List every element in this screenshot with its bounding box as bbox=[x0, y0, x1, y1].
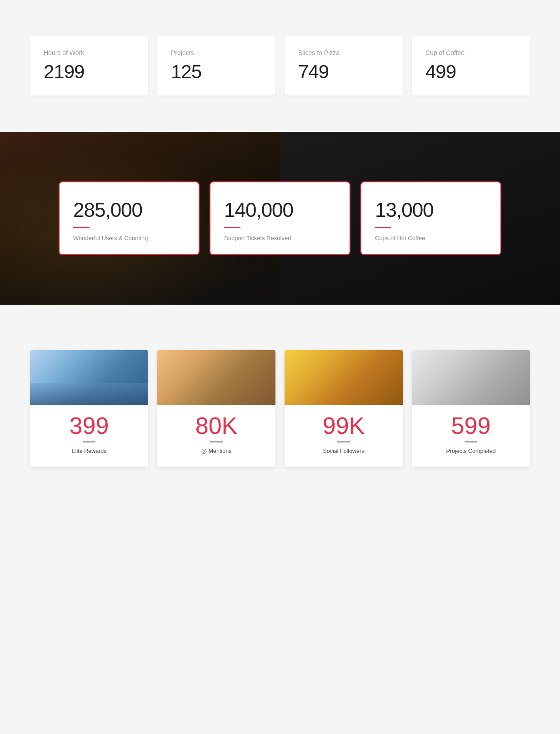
card-number-3: 599 bbox=[412, 414, 530, 437]
card-label-0: Elite Rewards bbox=[30, 448, 148, 454]
dark-value-2: 13,000 bbox=[375, 199, 487, 221]
card-number-1: 80K bbox=[157, 414, 275, 437]
portfolio-card-1: 80K @ Mentions bbox=[157, 350, 275, 467]
dark-label-2: Cups of Hot Coffee bbox=[375, 235, 487, 241]
card-divider-0 bbox=[83, 441, 95, 442]
dark-divider-0 bbox=[73, 227, 90, 228]
stat-card-0: Hours of Work 2199 bbox=[30, 36, 148, 96]
card-image-0 bbox=[30, 350, 148, 405]
card-img-workspace bbox=[412, 350, 530, 405]
dark-label-1: Support Tickets Resolved bbox=[224, 235, 336, 241]
card-label-2: Social Followers bbox=[285, 448, 403, 454]
card-img-business bbox=[30, 350, 148, 405]
dark-divider-1 bbox=[224, 227, 240, 228]
portfolio-grid: 399 Elite Rewards 80K @ Mentions 99K Soc… bbox=[30, 350, 530, 467]
stats-section: Hours of Work 2199 Projects 125 Slices f… bbox=[0, 0, 560, 132]
dark-value-1: 140,000 bbox=[224, 199, 336, 221]
dark-card-1: 140,000 Support Tickets Resolved bbox=[210, 181, 350, 255]
card-number-2: 99K bbox=[285, 414, 403, 437]
dark-banner-section: 285,000 Wonderful Users & Counting 140,0… bbox=[0, 132, 560, 305]
card-label-1: @ Mentions bbox=[157, 448, 275, 454]
card-image-1 bbox=[157, 350, 275, 405]
card-divider-3 bbox=[465, 441, 477, 442]
stat-label-3: Cup of Coffee bbox=[425, 49, 516, 56]
stats-grid: Hours of Work 2199 Projects 125 Slices f… bbox=[30, 36, 530, 96]
stat-label-2: Slices fo Pizza bbox=[298, 49, 389, 56]
stat-value-2: 749 bbox=[298, 61, 389, 83]
stat-value-1: 125 bbox=[171, 61, 262, 83]
stat-card-3: Cup of Coffee 499 bbox=[412, 36, 530, 96]
portfolio-card-2: 99K Social Followers bbox=[285, 350, 403, 467]
stat-card-2: Slices fo Pizza 749 bbox=[285, 36, 403, 96]
card-image-3 bbox=[412, 350, 530, 405]
card-divider-1 bbox=[210, 441, 223, 442]
dark-card-2: 13,000 Cups of Hot Coffee bbox=[360, 181, 501, 255]
dark-divider-2 bbox=[375, 227, 391, 228]
stat-label-0: Hours of Work bbox=[44, 49, 135, 56]
stat-value-3: 499 bbox=[425, 61, 516, 83]
portfolio-card-0: 399 Elite Rewards bbox=[30, 350, 148, 467]
dark-label-0: Wonderful Users & Counting bbox=[73, 235, 185, 241]
dark-cards-container: 285,000 Wonderful Users & Counting 140,0… bbox=[30, 154, 530, 282]
portfolio-card-3: 599 Projects Completed bbox=[412, 350, 530, 467]
card-number-0: 399 bbox=[30, 414, 148, 437]
card-divider-2 bbox=[337, 441, 350, 442]
card-img-meeting bbox=[157, 350, 275, 405]
dark-card-0: 285,000 Wonderful Users & Counting bbox=[59, 181, 200, 255]
stat-card-1: Projects 125 bbox=[157, 36, 275, 96]
stat-value-0: 2199 bbox=[44, 61, 135, 83]
portfolio-section: 399 Elite Rewards 80K @ Mentions 99K Soc… bbox=[0, 305, 560, 513]
card-label-3: Projects Completed bbox=[412, 448, 530, 454]
stat-label-1: Projects bbox=[171, 49, 262, 56]
card-image-2 bbox=[285, 350, 403, 405]
dark-value-0: 285,000 bbox=[73, 199, 185, 221]
card-img-teamwork bbox=[285, 350, 403, 405]
